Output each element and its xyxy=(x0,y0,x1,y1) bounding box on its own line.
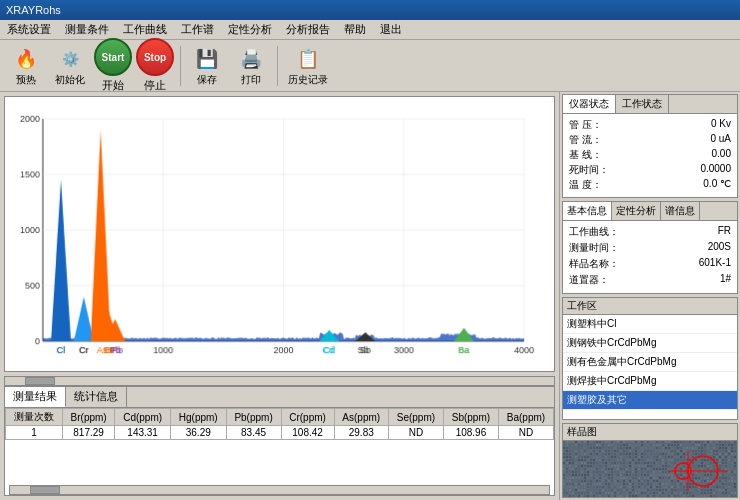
col-pb: Pb(ppm) xyxy=(226,409,281,426)
menu-work-curve[interactable]: 工作曲线 xyxy=(120,21,170,38)
results-tabs: 测量结果 统计信息 xyxy=(5,387,554,408)
col-se: Se(ppm) xyxy=(388,409,443,426)
info-work-curve-label: 工作曲线： xyxy=(569,225,619,239)
col-br: Br(ppm) xyxy=(62,409,114,426)
save-label: 保存 xyxy=(197,73,217,87)
info-channel-value: 1# xyxy=(720,273,731,287)
preheat-button[interactable]: 🔥 预热 xyxy=(6,43,46,89)
info-sample-name-label: 样品名称： xyxy=(569,257,619,271)
tab-basic-info[interactable]: 基本信息 xyxy=(563,202,612,220)
status-current-label: 管 流： xyxy=(569,133,602,147)
main-layout: 谱图 ▲ ▼ 测量结果 统计信息 测量次数 Br(p xyxy=(0,92,740,500)
status-temp-label: 温 度： xyxy=(569,178,602,192)
tab-spectrum-info[interactable]: 谱信息 xyxy=(661,202,700,220)
left-panel: 谱图 ▲ ▼ 测量结果 统计信息 测量次数 Br(p xyxy=(0,92,560,500)
scrollbar-thumb[interactable] xyxy=(25,377,55,385)
sample-image-title: 样品图 xyxy=(563,424,737,441)
print-label: 打印 xyxy=(241,73,261,87)
info-channel-row: 道置器： 1# xyxy=(569,273,731,287)
stop-button[interactable]: Stop xyxy=(136,38,174,76)
menu-analysis-report[interactable]: 分析报告 xyxy=(283,21,333,38)
menu-help[interactable]: 帮助 xyxy=(341,21,369,38)
sample-image-display xyxy=(563,441,737,497)
results-scrollbar-thumb[interactable] xyxy=(30,486,60,494)
chart-area: 谱图 ▲ ▼ xyxy=(4,96,555,372)
work-item-1[interactable]: 测钢铁中CrCdPbMg xyxy=(563,334,737,353)
start-label: 开始 xyxy=(102,78,124,93)
chart-scrollbar[interactable] xyxy=(4,376,555,386)
sample-canvas xyxy=(563,441,737,497)
status-current-value: 0 uA xyxy=(710,133,731,147)
right-panel: 仪器状态 工作状态 管 压： 0 Kv 管 流： 0 uA 基 线： 0.00 … xyxy=(560,92,740,500)
status-baseline-value: 0.00 xyxy=(712,148,731,162)
info-sample-name-value: 601K-1 xyxy=(699,257,731,271)
results-table: 测量次数 Br(ppm) Cd(ppm) Hg(ppm) Pb(ppm) Cr(… xyxy=(5,408,554,440)
info-measure-time-value: 200S xyxy=(708,241,731,255)
basic-info-container: 基本信息 定性分析 谱信息 工作曲线： FR 测量时间： 200S 样品名称： … xyxy=(562,201,738,294)
status-baseline-label: 基 线： xyxy=(569,148,602,162)
table-row: 1817.29143.3136.2983.45108.4229.83ND108.… xyxy=(6,426,554,440)
col-cd: Cd(ppm) xyxy=(115,409,171,426)
status-temp-row: 温 度： 0.0 ℃ xyxy=(569,178,731,192)
col-as: As(ppm) xyxy=(334,409,388,426)
stop-label: 停止 xyxy=(144,78,166,93)
instrument-status-tabs: 仪器状态 工作状态 xyxy=(563,95,737,114)
tab-work-status[interactable]: 工作状态 xyxy=(616,95,669,113)
print-button[interactable]: 🖨️ 打印 xyxy=(231,43,271,89)
col-cr: Cr(ppm) xyxy=(281,409,334,426)
spectrum-canvas xyxy=(5,97,554,371)
menu-system-settings[interactable]: 系统设置 xyxy=(4,21,54,38)
init-button[interactable]: ⚙️ 初始化 xyxy=(50,43,90,89)
work-item-2[interactable]: 测有色金属中CrCdPbMg xyxy=(563,353,737,372)
menu-qualitative-analysis[interactable]: 定性分析 xyxy=(225,21,275,38)
history-icon: 📋 xyxy=(292,45,324,73)
status-baseline-row: 基 线： 0.00 xyxy=(569,148,731,162)
col-ba: Ba(ppm) xyxy=(498,409,553,426)
tab-qualitative-analysis[interactable]: 定性分析 xyxy=(612,202,661,220)
info-work-curve-value: FR xyxy=(718,225,731,239)
col-measure-count: 测量次数 xyxy=(6,409,63,426)
preheat-icon: 🔥 xyxy=(10,45,42,73)
tab-instrument-status[interactable]: 仪器状态 xyxy=(563,95,616,113)
status-voltage-value: 0 Kv xyxy=(711,118,731,132)
menu-measure-conditions[interactable]: 测量条件 xyxy=(62,21,112,38)
title-bar: XRAYRohs xyxy=(0,0,740,20)
instrument-status-content: 管 压： 0 Kv 管 流： 0 uA 基 线： 0.00 死时间： 0.000… xyxy=(563,114,737,197)
status-deadtime-label: 死时间： xyxy=(569,163,609,177)
toolbar: 🔥 预热 ⚙️ 初始化 Start 开始 Stop 停止 💾 保存 🖨️ 打印 … xyxy=(0,40,740,92)
work-item-0[interactable]: 测塑料中Cl xyxy=(563,315,737,334)
init-label: 初始化 xyxy=(55,73,85,87)
work-area: 工作区 测塑料中Cl测钢铁中CrCdPbMg测有色金属中CrCdPbMg测焊接中… xyxy=(562,297,738,420)
menu-exit[interactable]: 退出 xyxy=(377,21,405,38)
work-item-4[interactable]: 测塑胶及其它 xyxy=(563,391,737,410)
status-current-row: 管 流： 0 uA xyxy=(569,133,731,147)
menu-bar: 系统设置 测量条件 工作曲线 工作谱 定性分析 分析报告 帮助 退出 xyxy=(0,20,740,40)
history-label: 历史记录 xyxy=(288,73,328,87)
status-deadtime-row: 死时间： 0.0000 xyxy=(569,163,731,177)
app-title: XRAYRohs xyxy=(6,4,61,16)
menu-work-spectrum[interactable]: 工作谱 xyxy=(178,21,217,38)
basic-info-tabs: 基本信息 定性分析 谱信息 xyxy=(563,202,737,221)
info-channel-label: 道置器： xyxy=(569,273,609,287)
instrument-status-container: 仪器状态 工作状态 管 压： 0 Kv 管 流： 0 uA 基 线： 0.00 … xyxy=(562,94,738,198)
results-table-container: 测量次数 Br(ppm) Cd(ppm) Hg(ppm) Pb(ppm) Cr(… xyxy=(5,408,554,485)
history-button[interactable]: 📋 历史记录 xyxy=(284,43,332,89)
save-icon: 💾 xyxy=(191,45,223,73)
tab-measurement-results[interactable]: 测量结果 xyxy=(5,387,66,407)
toolbar-separator xyxy=(180,46,181,86)
save-button[interactable]: 💾 保存 xyxy=(187,43,227,89)
init-icon: ⚙️ xyxy=(54,45,86,73)
work-area-list: 测塑料中Cl测钢铁中CrCdPbMg测有色金属中CrCdPbMg测焊接中CrCd… xyxy=(563,315,737,419)
status-voltage-row: 管 压： 0 Kv xyxy=(569,118,731,132)
sample-image-container: 样品图 xyxy=(562,423,738,498)
work-item-3[interactable]: 测焊接中CrCdPbMg xyxy=(563,372,737,391)
tab-statistics-info[interactable]: 统计信息 xyxy=(66,387,127,407)
table-header-row: 测量次数 Br(ppm) Cd(ppm) Hg(ppm) Pb(ppm) Cr(… xyxy=(6,409,554,426)
results-panel: 测量结果 统计信息 测量次数 Br(ppm) Cd(ppm) Hg(ppm) P… xyxy=(4,386,555,496)
start-button[interactable]: Start xyxy=(94,38,132,76)
basic-info-content: 工作曲线： FR 测量时间： 200S 样品名称： 601K-1 道置器： 1# xyxy=(563,221,737,293)
results-scrollbar[interactable] xyxy=(9,485,550,495)
print-icon: 🖨️ xyxy=(235,45,267,73)
col-hg: Hg(ppm) xyxy=(170,409,226,426)
info-work-curve-row: 工作曲线： FR xyxy=(569,225,731,239)
